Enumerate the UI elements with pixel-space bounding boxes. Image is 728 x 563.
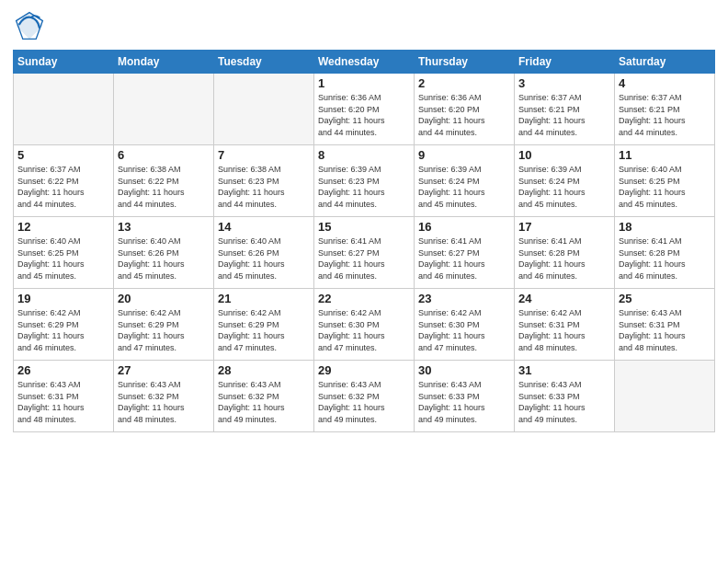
calendar-week-row: 1Sunrise: 6:36 AM Sunset: 6:20 PM Daylig… — [14, 74, 715, 145]
day-number: 5 — [17, 148, 109, 162]
logo-icon — [13, 9, 46, 42]
day-info: Sunrise: 6:39 AM Sunset: 6:24 PM Dayligh… — [418, 164, 510, 210]
day-info: Sunrise: 6:43 AM Sunset: 6:31 PM Dayligh… — [619, 307, 711, 353]
day-number: 7 — [218, 148, 310, 162]
day-number: 23 — [418, 292, 510, 305]
day-info: Sunrise: 6:40 AM Sunset: 6:26 PM Dayligh… — [218, 236, 310, 282]
day-info: Sunrise: 6:40 AM Sunset: 6:25 PM Dayligh… — [619, 164, 711, 210]
day-number: 13 — [118, 220, 210, 234]
calendar-header-tuesday: Tuesday — [214, 51, 314, 74]
day-info: Sunrise: 6:41 AM Sunset: 6:27 PM Dayligh… — [418, 236, 510, 282]
day-info: Sunrise: 6:39 AM Sunset: 6:23 PM Dayligh… — [318, 164, 410, 210]
calendar-cell: 21Sunrise: 6:42 AM Sunset: 6:29 PM Dayli… — [214, 289, 314, 361]
day-number: 24 — [518, 292, 610, 305]
calendar-cell: 25Sunrise: 6:43 AM Sunset: 6:31 PM Dayli… — [615, 289, 715, 361]
day-info: Sunrise: 6:42 AM Sunset: 6:29 PM Dayligh… — [218, 307, 310, 353]
day-info: Sunrise: 6:43 AM Sunset: 6:32 PM Dayligh… — [318, 379, 410, 425]
calendar-cell: 17Sunrise: 6:41 AM Sunset: 6:28 PM Dayli… — [515, 217, 615, 289]
day-info: Sunrise: 6:43 AM Sunset: 6:32 PM Dayligh… — [118, 379, 210, 425]
day-info: Sunrise: 6:41 AM Sunset: 6:27 PM Dayligh… — [318, 236, 410, 282]
calendar-cell: 11Sunrise: 6:40 AM Sunset: 6:25 PM Dayli… — [615, 145, 715, 217]
calendar-week-row: 5Sunrise: 6:37 AM Sunset: 6:22 PM Daylig… — [14, 145, 715, 217]
calendar-week-row: 12Sunrise: 6:40 AM Sunset: 6:25 PM Dayli… — [14, 217, 715, 289]
calendar-header-saturday: Saturday — [615, 51, 715, 74]
day-info: Sunrise: 6:36 AM Sunset: 6:20 PM Dayligh… — [318, 92, 410, 138]
day-number: 27 — [118, 363, 210, 377]
calendar-cell: 4Sunrise: 6:37 AM Sunset: 6:21 PM Daylig… — [615, 74, 715, 145]
calendar-cell: 15Sunrise: 6:41 AM Sunset: 6:27 PM Dayli… — [314, 217, 415, 289]
day-number: 29 — [318, 363, 410, 377]
day-info: Sunrise: 6:40 AM Sunset: 6:25 PM Dayligh… — [17, 236, 109, 282]
day-info: Sunrise: 6:42 AM Sunset: 6:29 PM Dayligh… — [118, 307, 210, 353]
day-number: 17 — [518, 220, 610, 234]
day-number: 11 — [619, 148, 711, 162]
day-number: 8 — [318, 148, 410, 162]
day-info: Sunrise: 6:43 AM Sunset: 6:32 PM Dayligh… — [218, 379, 310, 425]
calendar-cell: 5Sunrise: 6:37 AM Sunset: 6:22 PM Daylig… — [14, 145, 114, 217]
day-info: Sunrise: 6:42 AM Sunset: 6:31 PM Dayligh… — [518, 307, 610, 353]
day-number: 25 — [619, 292, 711, 305]
day-info: Sunrise: 6:40 AM Sunset: 6:26 PM Dayligh… — [118, 236, 210, 282]
calendar-header-friday: Friday — [515, 51, 615, 74]
calendar-cell: 22Sunrise: 6:42 AM Sunset: 6:30 PM Dayli… — [314, 289, 415, 361]
day-number: 1 — [318, 76, 410, 90]
day-number: 26 — [17, 363, 109, 377]
calendar-cell: 6Sunrise: 6:38 AM Sunset: 6:22 PM Daylig… — [114, 145, 214, 217]
day-info: Sunrise: 6:41 AM Sunset: 6:28 PM Dayligh… — [518, 236, 610, 282]
day-number: 30 — [418, 363, 510, 377]
day-info: Sunrise: 6:38 AM Sunset: 6:22 PM Dayligh… — [118, 164, 210, 210]
day-number: 22 — [318, 292, 410, 305]
day-info: Sunrise: 6:43 AM Sunset: 6:31 PM Dayligh… — [17, 379, 109, 425]
day-number: 21 — [218, 292, 310, 305]
day-number: 3 — [518, 76, 610, 90]
day-number: 19 — [17, 292, 109, 305]
calendar-header-monday: Monday — [114, 51, 214, 74]
day-number: 9 — [418, 148, 510, 162]
day-number: 16 — [418, 220, 510, 234]
calendar-cell: 16Sunrise: 6:41 AM Sunset: 6:27 PM Dayli… — [415, 217, 515, 289]
calendar-cell: 1Sunrise: 6:36 AM Sunset: 6:20 PM Daylig… — [314, 74, 415, 145]
calendar-week-row: 19Sunrise: 6:42 AM Sunset: 6:29 PM Dayli… — [14, 289, 715, 361]
calendar-cell: 20Sunrise: 6:42 AM Sunset: 6:29 PM Dayli… — [114, 289, 214, 361]
calendar-cell: 14Sunrise: 6:40 AM Sunset: 6:26 PM Dayli… — [214, 217, 314, 289]
calendar-cell: 31Sunrise: 6:43 AM Sunset: 6:33 PM Dayli… — [515, 361, 615, 432]
calendar-week-row: 26Sunrise: 6:43 AM Sunset: 6:31 PM Dayli… — [14, 361, 715, 432]
day-number: 12 — [17, 220, 109, 234]
calendar-header-wednesday: Wednesday — [314, 51, 415, 74]
calendar-header-thursday: Thursday — [415, 51, 515, 74]
day-number: 14 — [218, 220, 310, 234]
calendar-cell: 13Sunrise: 6:40 AM Sunset: 6:26 PM Dayli… — [114, 217, 214, 289]
page: SundayMondayTuesdayWednesdayThursdayFrid… — [0, 0, 728, 563]
day-number: 31 — [518, 363, 610, 377]
day-info: Sunrise: 6:43 AM Sunset: 6:33 PM Dayligh… — [518, 379, 610, 425]
calendar-cell: 24Sunrise: 6:42 AM Sunset: 6:31 PM Dayli… — [515, 289, 615, 361]
calendar-cell — [14, 74, 114, 145]
day-number: 18 — [619, 220, 711, 234]
calendar-cell: 10Sunrise: 6:39 AM Sunset: 6:24 PM Dayli… — [515, 145, 615, 217]
calendar-cell: 7Sunrise: 6:38 AM Sunset: 6:23 PM Daylig… — [214, 145, 314, 217]
calendar-table: SundayMondayTuesdayWednesdayThursdayFrid… — [13, 50, 715, 432]
day-number: 2 — [418, 76, 510, 90]
day-info: Sunrise: 6:42 AM Sunset: 6:30 PM Dayligh… — [318, 307, 410, 353]
calendar-cell — [214, 74, 314, 145]
day-info: Sunrise: 6:38 AM Sunset: 6:23 PM Dayligh… — [218, 164, 310, 210]
calendar-cell: 3Sunrise: 6:37 AM Sunset: 6:21 PM Daylig… — [515, 74, 615, 145]
calendar-cell: 30Sunrise: 6:43 AM Sunset: 6:33 PM Dayli… — [415, 361, 515, 432]
calendar-cell: 8Sunrise: 6:39 AM Sunset: 6:23 PM Daylig… — [314, 145, 415, 217]
calendar-cell: 18Sunrise: 6:41 AM Sunset: 6:28 PM Dayli… — [615, 217, 715, 289]
calendar-cell: 12Sunrise: 6:40 AM Sunset: 6:25 PM Dayli… — [14, 217, 114, 289]
header — [13, 9, 715, 42]
day-info: Sunrise: 6:37 AM Sunset: 6:21 PM Dayligh… — [619, 92, 711, 138]
day-info: Sunrise: 6:42 AM Sunset: 6:29 PM Dayligh… — [17, 307, 109, 353]
calendar-header-sunday: Sunday — [14, 51, 114, 74]
day-number: 15 — [318, 220, 410, 234]
day-info: Sunrise: 6:41 AM Sunset: 6:28 PM Dayligh… — [619, 236, 711, 282]
logo — [13, 9, 50, 42]
day-number: 4 — [619, 76, 711, 90]
calendar-cell: 9Sunrise: 6:39 AM Sunset: 6:24 PM Daylig… — [415, 145, 515, 217]
day-number: 6 — [118, 148, 210, 162]
day-number: 10 — [518, 148, 610, 162]
calendar-cell: 29Sunrise: 6:43 AM Sunset: 6:32 PM Dayli… — [314, 361, 415, 432]
day-info: Sunrise: 6:37 AM Sunset: 6:22 PM Dayligh… — [17, 164, 109, 210]
day-info: Sunrise: 6:43 AM Sunset: 6:33 PM Dayligh… — [418, 379, 510, 425]
